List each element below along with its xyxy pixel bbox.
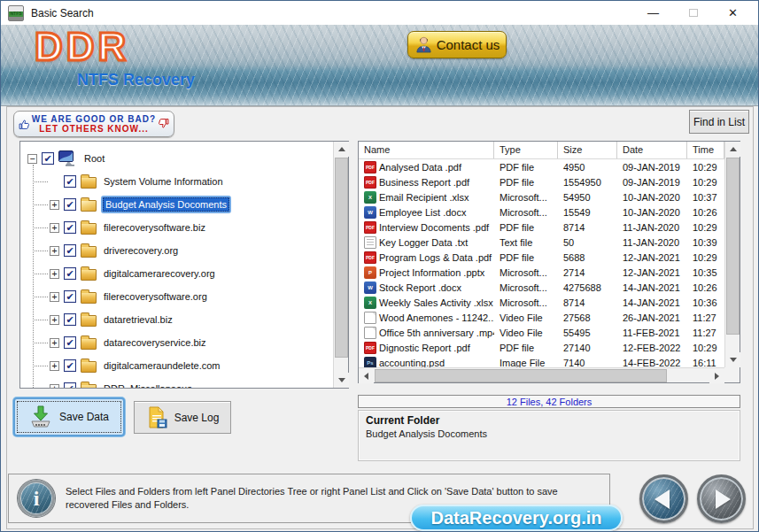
tree-item[interactable]: +✔digitalcameraundelete.com — [50, 354, 333, 377]
tree-item[interactable]: +✔datarecoveryservice.biz — [50, 331, 333, 354]
file-date-cell: 09-JAN-2019 — [617, 177, 687, 188]
tree-checkbox[interactable]: ✔ — [64, 290, 76, 303]
tree-item[interactable]: +✔filerecoverysoftware.biz — [50, 216, 333, 239]
tree-checkbox[interactable]: ✔ — [64, 336, 76, 349]
minimize-button[interactable]: — — [633, 1, 673, 25]
file-time-cell: 10:29 — [687, 252, 724, 263]
file-name-cell: PDFBusiness Report .pdf — [359, 176, 494, 189]
tree-item[interactable]: +✔Budget Analysis Docoments — [50, 193, 333, 216]
save-data-button[interactable]: Save Data — [13, 397, 125, 436]
file-size-cell: 7140 — [558, 358, 617, 368]
tree-connector-line — [33, 165, 34, 388]
tree-checkbox[interactable]: ✔ — [64, 244, 76, 257]
file-list-panel: NameTypeSizeDateTime PDFAnalysed Data .p… — [358, 141, 740, 383]
column-header-time[interactable]: Time — [687, 142, 724, 158]
brand-link[interactable]: DataRecovery.org.in — [410, 505, 623, 531]
list-vertical-scrollbar[interactable] — [724, 142, 740, 367]
tree-item-label[interactable]: datarecoveryservice.biz — [101, 335, 209, 350]
expand-icon[interactable]: + — [50, 315, 59, 325]
expand-icon[interactable]: + — [50, 269, 59, 279]
expand-icon[interactable]: + — [50, 361, 59, 371]
scroll-down-icon[interactable] — [334, 373, 349, 388]
tree-item[interactable]: +✔digitalcamerarecovery.org — [50, 262, 333, 285]
collapse-icon[interactable]: − — [27, 154, 37, 164]
pdf-file-icon: PDF — [364, 251, 376, 264]
scroll-up-icon[interactable] — [725, 142, 740, 157]
column-header-size[interactable]: Size — [558, 142, 617, 158]
table-row[interactable]: WStock Report .docxMicrosoft...427568814… — [359, 280, 724, 295]
tree-vertical-scrollbar[interactable] — [333, 142, 348, 388]
contact-us-button[interactable]: Contact us — [407, 31, 507, 58]
tree-item-label[interactable]: DDR_Miscellaneous — [101, 382, 195, 388]
file-time-cell: 10:29 — [687, 222, 724, 233]
tree-item[interactable]: +✔DDR_Miscellaneous — [50, 377, 333, 388]
tree-item[interactable]: +✔driverecovery.org — [50, 239, 333, 262]
table-row[interactable]: PProject Information .pptxMicrosoft...27… — [359, 265, 724, 280]
scroll-down-icon[interactable] — [725, 352, 740, 367]
table-row[interactable]: PDFProgram Logs & Data .pdfPDF file56881… — [359, 250, 724, 265]
tree-item[interactable]: −✔Root — [27, 147, 333, 170]
table-row[interactable]: PDFAnalysed Data .pdfPDF file495009-JAN-… — [359, 159, 724, 174]
tree-checkbox[interactable]: ✔ — [64, 313, 76, 326]
find-in-list-button[interactable]: Find in List — [689, 110, 749, 134]
tree-checkbox[interactable]: ✔ — [64, 221, 76, 234]
current-folder-box: Current Folder Budget Analysis Docoments — [358, 410, 740, 461]
save-log-button[interactable]: Save Log — [134, 401, 231, 434]
tree-item[interactable]: ✔System Volume Information — [50, 170, 333, 193]
tree-item-label[interactable]: filerecoverysoftware.biz — [101, 220, 208, 235]
expand-icon[interactable]: + — [50, 292, 59, 302]
info-icon: i — [18, 480, 55, 517]
tree-checkbox[interactable]: ✔ — [64, 175, 76, 188]
file-name: Stock Report .docx — [379, 282, 461, 293]
header-banner: DDR Contact us NTFS Recovery — [1, 25, 758, 106]
table-row[interactable]: Wood Anemones - 11242...Video File275682… — [359, 310, 724, 325]
close-button[interactable]: ✕ — [713, 1, 753, 25]
expand-icon[interactable]: + — [50, 338, 59, 348]
file-folder-count: 12 Files, 42 Folders — [358, 395, 740, 408]
expand-icon[interactable]: + — [50, 200, 59, 210]
hscrollbar-thumb[interactable] — [375, 369, 667, 382]
table-row[interactable]: Psaccounting.psdImage File714014-FEB-202… — [359, 355, 724, 367]
tree-checkbox[interactable]: ✔ — [64, 198, 76, 211]
tree-checkbox[interactable]: ✔ — [42, 152, 54, 165]
back-button[interactable] — [639, 474, 688, 523]
tree-item-label[interactable]: digitalcameraundelete.com — [101, 359, 222, 373]
tree-item[interactable]: +✔dataretrieval.biz — [50, 308, 333, 331]
tree-checkbox[interactable]: ✔ — [64, 267, 76, 280]
tree-item-label[interactable]: dataretrieval.biz — [101, 312, 175, 327]
tree-item-label[interactable]: driverecovery.org — [101, 243, 181, 258]
tree-scrollbar-thumb[interactable] — [335, 158, 348, 358]
expand-icon[interactable]: + — [50, 223, 59, 233]
tree-checkbox[interactable]: ✔ — [64, 359, 76, 372]
tree-item-label[interactable]: System Volume Information — [101, 174, 226, 189]
tree-item-label[interactable]: Root — [81, 151, 107, 166]
table-row[interactable]: XWeekly Sales Activity .xlsxMicrosoft...… — [359, 295, 724, 310]
column-header-type[interactable]: Type — [494, 142, 558, 158]
column-header-name[interactable]: Name — [359, 142, 494, 158]
tree-item-label[interactable]: filerecoverysoftware.org — [101, 289, 210, 304]
scroll-left-icon[interactable] — [359, 368, 374, 383]
scroll-right-icon[interactable] — [709, 368, 724, 383]
list-scrollbar-thumb[interactable] — [726, 158, 740, 335]
scroll-up-icon[interactable] — [334, 142, 349, 157]
expand-icon[interactable]: + — [50, 384, 59, 389]
list-horizontal-scrollbar[interactable] — [359, 367, 724, 382]
table-row[interactable]: PDFBusiness Report .pdfPDF file155495009… — [359, 174, 724, 189]
badge-line2: LET OTHERS KNOW... — [30, 124, 158, 134]
file-date-cell: 10-JAN-2020 — [617, 192, 687, 203]
table-row[interactable]: Key Logger Data .txtText file5011-JAN-20… — [359, 235, 724, 250]
feedback-badge[interactable]: WE ARE GOOD OR BAD? LET OTHERS KNOW... — [13, 111, 174, 137]
tree-checkbox[interactable]: ✔ — [64, 382, 76, 388]
table-row[interactable]: PDFInterview Docoments .pdfPDF file87141… — [359, 220, 724, 235]
tree-item-label[interactable]: digitalcamerarecovery.org — [101, 266, 218, 281]
expand-icon[interactable]: + — [50, 246, 59, 256]
forward-button[interactable] — [697, 474, 746, 523]
tree-item[interactable]: +✔filerecoverysoftware.org — [50, 285, 333, 308]
table-row[interactable]: WEmployee List .docxMicrosoft...1554910-… — [359, 204, 724, 220]
column-header-date[interactable]: Date — [617, 142, 687, 158]
table-row[interactable]: PDFDignostic Report .pdfPDF file2714012-… — [359, 340, 724, 355]
table-row[interactable]: XEmail Recipient .xlsxMicrosoft...549501… — [359, 189, 724, 204]
thumbs-down-icon — [158, 118, 169, 130]
table-row[interactable]: Office 5th anniversary .mp4Video File554… — [359, 325, 724, 340]
tree-item-label[interactable]: Budget Analysis Docoments — [101, 196, 231, 213]
